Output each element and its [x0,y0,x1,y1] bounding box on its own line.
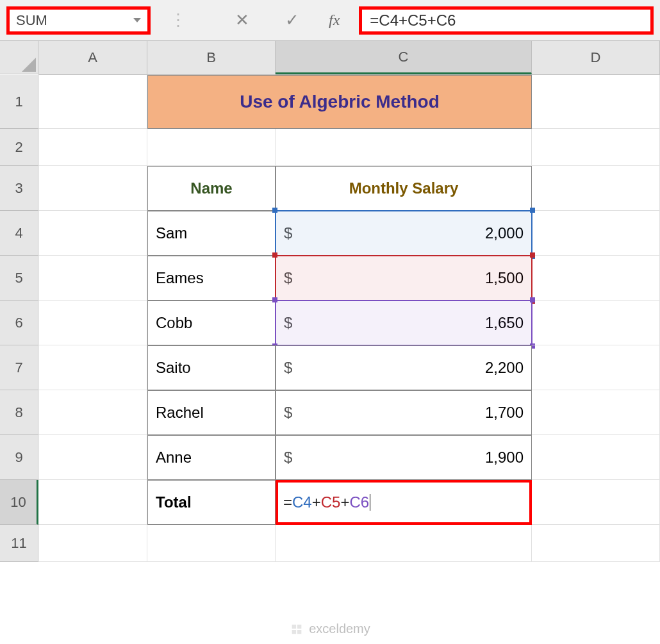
name-cell[interactable]: Cobb [147,301,276,345]
text-cursor [370,494,370,511]
cell-A6[interactable] [38,301,147,345]
name-box-value: SUM [16,12,47,29]
cell-A11[interactable] [38,525,147,562]
cell-D5[interactable] [532,256,660,301]
cell-A2[interactable] [38,129,147,166]
cell-A4[interactable] [38,211,147,256]
salary-cell-C5[interactable]: $ 1,500 [276,256,532,301]
row-header-3[interactable]: 3 [0,166,38,211]
cell-D11[interactable] [532,525,660,562]
cell-C2[interactable] [276,129,532,166]
cell-D7[interactable] [532,345,660,390]
col-header-D[interactable]: D [532,41,660,74]
row-header-2[interactable]: 2 [0,129,38,166]
salary-cell[interactable]: $ 1,900 [276,435,532,480]
row-header-11[interactable]: 11 [0,525,38,562]
watermark: exceldemy [0,622,660,636]
name-cell[interactable]: Saito [147,345,276,390]
cell-B11[interactable] [147,525,276,562]
active-formula-cell[interactable]: =C4+C5+C6 [276,480,532,525]
col-header-C[interactable]: C [276,41,532,74]
row-header-4[interactable]: 4 [0,211,38,256]
name-cell[interactable]: Sam [147,211,276,256]
cell-A1[interactable] [38,75,147,129]
column-headers: A B C D [38,41,660,75]
col-header-A[interactable]: A [38,41,147,74]
cell-D8[interactable] [532,390,660,435]
cell-D4[interactable] [532,211,660,256]
salary-cell-C6[interactable]: $ 1,650 [276,301,532,345]
logo-icon [290,622,304,636]
cell-A7[interactable] [38,345,147,390]
salary-cell[interactable]: $ 2,200 [276,345,532,390]
title-cell[interactable]: Use of Algebric Method [147,75,532,129]
formula-bar: SUM ⋮ ✕ ✓ fx =C4+C5+C6 [0,0,660,41]
cell-D2[interactable] [532,129,660,166]
cell-A3[interactable] [38,166,147,211]
row-header-5[interactable]: 5 [0,256,38,301]
name-cell[interactable]: Eames [147,256,276,301]
cell-D3[interactable] [532,166,660,211]
cell-C11[interactable] [276,525,532,562]
row-header-7[interactable]: 7 [0,345,38,390]
cell-A8[interactable] [38,390,147,435]
col-header-B[interactable]: B [147,41,276,74]
cell-D1[interactable] [532,75,660,129]
cell-D9[interactable] [532,435,660,480]
total-label-cell[interactable]: Total [147,480,276,525]
row-header-1[interactable]: 1 [0,75,38,129]
cell-D6[interactable] [532,301,660,345]
salary-cell[interactable]: $ 1,700 [276,390,532,435]
row-header-8[interactable]: 8 [0,390,38,435]
formula-bar-text: =C4+C5+C6 [370,12,456,29]
row-header-10[interactable]: 10 [0,480,38,525]
cell-B2[interactable] [147,129,276,166]
separator: ⋮ [170,10,186,30]
cell-A5[interactable] [38,256,147,301]
row-header-9[interactable]: 9 [0,435,38,480]
dropdown-icon[interactable] [133,18,141,22]
cell-A10[interactable] [38,480,147,525]
salary-cell-C4[interactable]: $ 2,000 [276,211,532,256]
name-cell[interactable]: Rachel [147,390,276,435]
header-name[interactable]: Name [147,166,276,211]
name-cell[interactable]: Anne [147,435,276,480]
enter-icon[interactable]: ✓ [279,10,306,30]
cell-A9[interactable] [38,435,147,480]
cancel-icon[interactable]: ✕ [229,10,256,30]
cell-D10[interactable] [532,480,660,525]
title-text: Use of Algebric Method [240,92,440,112]
fx-icon[interactable]: fx [329,12,340,29]
row-header-6[interactable]: 6 [0,301,38,345]
select-all-corner[interactable] [0,41,38,74]
name-box[interactable]: SUM [6,6,151,35]
formula-bar-input[interactable]: =C4+C5+C6 [359,6,654,35]
header-salary[interactable]: Monthly Salary [276,166,532,211]
